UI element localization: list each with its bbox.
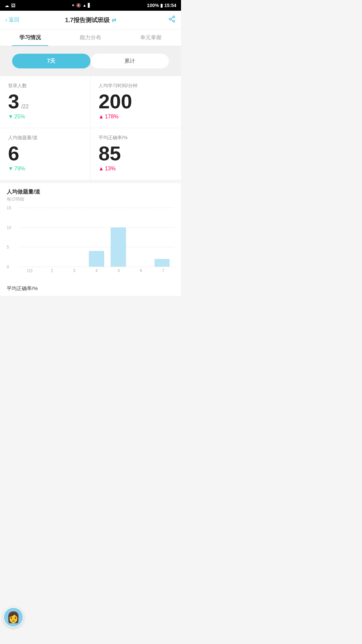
stat-login-change: ▼ 25%	[8, 114, 82, 120]
status-left-icons: ☁ 🖼	[5, 3, 15, 8]
stat-avg-accuracy-label: 平均正确率/%	[99, 135, 173, 141]
chart-subtitle: 每日明细	[7, 196, 174, 202]
stat-avg-accuracy-value-row: 85	[99, 144, 173, 164]
svg-line-4	[171, 17, 173, 19]
x-label-5: 5	[108, 268, 130, 273]
stat-login-count: 登录人数 3 /22 ▼ 25%	[0, 76, 90, 128]
status-bar: ☁ 🖼 ✦ 🔇 ▲ ▋ 100% ▮ 15:54	[0, 0, 181, 11]
stat-login-value-row: 3 /22	[8, 92, 82, 112]
bar-item-5	[108, 208, 129, 267]
image-icon: 🖼	[11, 3, 15, 8]
period-7days[interactable]: 7天	[12, 54, 90, 68]
status-center-icons: ✦ 🔇 ▲ ▋	[71, 3, 91, 8]
bar-5	[111, 227, 126, 267]
bar-7	[155, 259, 170, 267]
period-cumulative[interactable]: 累计	[90, 54, 169, 68]
shuffle-icon[interactable]: ⇄	[112, 17, 116, 23]
wifi-icon: ▲	[82, 3, 86, 8]
svg-line-3	[171, 19, 173, 21]
stat-avg-questions-change-val: 79%	[14, 166, 25, 172]
battery-icon: ▮	[160, 3, 163, 8]
back-label[interactable]: 返回	[9, 16, 19, 23]
tab-study[interactable]: 学习情况	[0, 30, 60, 46]
bar-item-6	[129, 208, 151, 267]
stat-login-sub: /22	[21, 104, 28, 110]
x-label-6: 6	[130, 268, 152, 273]
chart-area: 15 10 5 0 1日234567	[7, 208, 174, 275]
header-title: 1.7报告测试班级 ⇄	[65, 16, 116, 24]
stat-avg-questions-label: 人均做题量/道	[8, 135, 82, 141]
chart-section: 人均做题量/道 每日明细 15 10 5 0 1日234567	[0, 183, 181, 281]
tab-unit[interactable]: 单元掌握	[121, 30, 181, 46]
stat-avg-accuracy-number: 85	[99, 144, 121, 164]
bar-item-1日	[20, 208, 42, 267]
stat-avg-accuracy-change: ▲ 13%	[99, 166, 173, 172]
period-selector: 7天 累计	[12, 54, 169, 68]
stat-avg-questions-change: ▼ 79%	[8, 166, 82, 172]
bar-item-7	[151, 208, 173, 267]
x-label-4: 4	[85, 268, 108, 273]
tab-ability[interactable]: 能力分布	[60, 30, 121, 46]
share-button[interactable]	[168, 15, 176, 24]
bar-item-3	[64, 208, 85, 267]
page-title: 1.7报告测试班级	[65, 16, 110, 24]
stat-avg-questions-value-row: 6	[8, 144, 82, 164]
stat-study-time-value-row: 200	[99, 92, 173, 112]
grid-label-0: 0	[7, 265, 9, 269]
x-label-7: 7	[152, 268, 174, 273]
battery-percent: 100%	[147, 3, 159, 8]
bar-item-2	[42, 208, 64, 267]
clock: 15:54	[164, 3, 176, 8]
down-arrow-2-icon: ▼	[8, 166, 13, 172]
bottom-section-label: 平均正确率/%	[0, 281, 181, 296]
x-axis: 1日234567	[19, 267, 174, 275]
up-arrow-2-icon: ▲	[99, 166, 104, 172]
status-right: 100% ▮ 15:54	[147, 3, 176, 8]
back-button[interactable]: ‹ 返回	[5, 16, 19, 23]
grid-label-5: 5	[7, 245, 9, 250]
x-label-1日: 1日	[19, 268, 41, 274]
grid-label-15: 15	[7, 206, 11, 210]
stat-study-time-change: ▲ 178%	[99, 114, 173, 120]
tab-bar: 学习情况 能力分布 单元掌握	[0, 30, 181, 46]
down-arrow-icon: ▼	[8, 114, 13, 120]
stat-avg-questions: 人均做题量/道 6 ▼ 79%	[0, 128, 90, 180]
cloud-icon: ☁	[5, 3, 9, 8]
bar-4	[89, 251, 104, 267]
bar-item-4	[85, 208, 107, 267]
grid-label-10: 10	[7, 225, 11, 230]
chart-title: 人均做题量/道	[7, 189, 174, 196]
up-arrow-icon: ▲	[99, 114, 104, 120]
stat-study-time-change-val: 178%	[105, 114, 119, 120]
mute-icon: 🔇	[76, 3, 81, 8]
signal-icon: ▋	[88, 3, 91, 8]
stat-avg-accuracy-change-val: 13%	[105, 166, 116, 172]
stats-grid: 登录人数 3 /22 ▼ 25% 人均学习时间/分钟 200 ▲ 178% 人均…	[0, 76, 181, 180]
x-label-3: 3	[63, 268, 85, 273]
stat-login-change-val: 25%	[14, 114, 25, 120]
x-label-2: 2	[41, 268, 63, 273]
stat-login-label: 登录人数	[8, 83, 82, 89]
stat-login-number: 3	[8, 92, 19, 112]
stat-study-time: 人均学习时间/分钟 200 ▲ 178%	[90, 76, 181, 128]
stat-study-time-number: 200	[99, 92, 132, 112]
stat-avg-accuracy: 平均正确率/% 85 ▲ 13%	[90, 128, 181, 180]
stat-study-time-label: 人均学习时间/分钟	[99, 83, 173, 89]
bluetooth-icon: ✦	[71, 3, 75, 8]
bars-container	[19, 208, 174, 267]
header: ‹ 返回 1.7报告测试班级 ⇄	[0, 11, 181, 30]
back-chevron-icon: ‹	[5, 16, 7, 23]
stat-avg-questions-number: 6	[8, 144, 19, 164]
